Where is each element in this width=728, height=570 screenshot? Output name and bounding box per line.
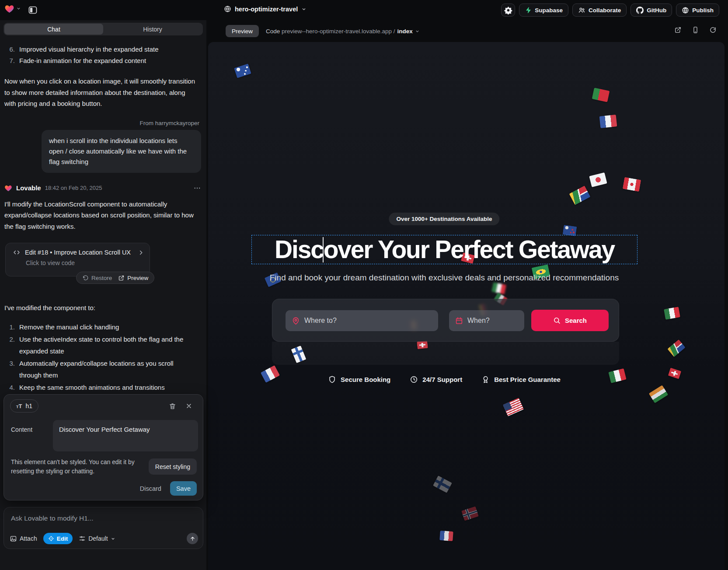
list-item: 6.Improved visual hierarchy in the expan…: [4, 44, 201, 55]
send-button[interactable]: [187, 533, 198, 544]
flag-mexico-icon: [664, 307, 680, 320]
flag-portugal-icon: [592, 88, 610, 102]
publish-button[interactable]: Publish: [676, 3, 719, 17]
preview-toolbar: Preview Code preview--hero-optimizer-tra…: [206, 20, 728, 42]
search-button[interactable]: Search: [531, 310, 609, 331]
discard-button[interactable]: Discard: [140, 485, 161, 492]
list-item: 1.Remove the manual click handling: [4, 321, 201, 333]
flag-switzerland-icon: [668, 367, 682, 379]
more-options-icon: [193, 184, 201, 192]
where-input[interactable]: [304, 317, 432, 325]
restore-icon: [82, 275, 89, 281]
restore-button[interactable]: Restore: [82, 275, 112, 281]
delete-element-button[interactable]: [167, 401, 178, 411]
agent-paragraph: I've modified the component to:: [4, 302, 201, 314]
chat-composer: Attach Edit Default: [3, 507, 203, 549]
content-input[interactable]: Discover Your Perfect Getaway: [53, 420, 198, 451]
search-card-reflection: [272, 342, 619, 365]
github-icon: [636, 7, 644, 14]
attach-image-icon: [10, 535, 17, 542]
preview-edit-button[interactable]: Preview: [118, 275, 148, 281]
inspector-actions: Discard Save: [140, 481, 197, 496]
lovable-logo[interactable]: [4, 4, 21, 13]
globe-icon: [224, 5, 231, 13]
app-preview: Over 1000+ Destinations Available Discov…: [208, 42, 725, 570]
message-options-button[interactable]: [193, 184, 201, 192]
search-icon: [553, 317, 561, 324]
preview-url[interactable]: preview--hero-optimizer-travel.lovable.a…: [282, 25, 420, 37]
content-label: Content: [11, 426, 32, 433]
topbar-actions: Supabase Collaborate GitHub Publish: [501, 3, 719, 17]
agent-paragraph: Now when you click on a location image, …: [4, 76, 201, 109]
close-inspector-button[interactable]: [184, 401, 194, 411]
heart-logo-icon: [4, 184, 12, 192]
supabase-icon: [525, 7, 532, 14]
topbar: hero-optimizer-travel Supabase Collabora…: [0, 0, 728, 20]
flag-australia-icon: [234, 63, 251, 78]
destination-field[interactable]: [286, 310, 438, 331]
feature-best-price: Best Price Guarantee: [481, 375, 561, 384]
list-item: 2.Use the activeIndex state to control b…: [4, 333, 201, 357]
project-switcher[interactable]: hero-optimizer-travel: [224, 5, 307, 13]
feature-secure-booking: Secure Booking: [328, 375, 390, 384]
element-inspector: TT h1 Content Discover Your Perfect Geta…: [3, 394, 203, 500]
flag-mexico-icon: [608, 368, 626, 383]
flag-canada-icon: [623, 177, 641, 192]
chevron-down-icon: [16, 6, 21, 11]
chat-message-list[interactable]: 6.Improved visual hierarchy in the expan…: [0, 38, 206, 414]
when-input[interactable]: [467, 317, 518, 325]
settings-button[interactable]: [501, 3, 515, 17]
chevron-right-icon: [138, 249, 144, 256]
mobile-view-button[interactable]: [692, 26, 699, 34]
model-default-button[interactable]: Default: [79, 535, 115, 542]
heart-logo-icon: [4, 4, 14, 13]
flag-usa-icon: [503, 398, 524, 416]
tab-preview[interactable]: Preview: [226, 25, 259, 37]
refresh-icon: [709, 26, 717, 34]
sidebar-toggle-button[interactable]: [26, 3, 39, 17]
destinations-badge: Over 1000+ Destinations Available: [389, 213, 499, 225]
github-label: GitHub: [647, 7, 666, 14]
tab-chat[interactable]: Chat: [4, 24, 103, 35]
attach-button[interactable]: Attach: [10, 535, 37, 542]
flag-france-icon: [439, 531, 453, 541]
refresh-button[interactable]: [709, 26, 717, 34]
flag-india-icon: [649, 385, 668, 403]
element-tag-chip[interactable]: TT h1: [10, 399, 38, 413]
flag-finland-icon: [433, 476, 452, 493]
external-link-icon: [118, 275, 125, 281]
hero-subtitle: Find and book your dream destination wit…: [247, 273, 641, 283]
h1-selection-outline[interactable]: Discover Your Perfect Getaway: [251, 235, 637, 264]
mobile-icon: [692, 26, 699, 34]
collaborate-people-icon: [578, 7, 585, 14]
flag-south-africa-icon: [569, 185, 591, 205]
flag-france-icon: [599, 115, 617, 128]
tab-history[interactable]: History: [103, 24, 202, 35]
chat-history-tabs: Chat History: [3, 23, 203, 35]
trash-icon: [169, 402, 176, 410]
date-field[interactable]: [449, 310, 524, 331]
supabase-button[interactable]: Supabase: [519, 3, 568, 17]
url-page: index: [397, 28, 413, 35]
github-button[interactable]: GitHub: [630, 3, 672, 17]
calendar-icon: [455, 317, 463, 325]
save-button[interactable]: Save: [170, 481, 197, 496]
tab-code[interactable]: Code: [266, 28, 280, 35]
chat-panel: Chat History 6.Improved visual hierarchy…: [0, 20, 206, 570]
edit-mode-button[interactable]: Edit: [43, 533, 73, 544]
agent-list-tail: 6.Improved visual hierarchy in the expan…: [4, 44, 201, 66]
award-icon: [481, 375, 490, 384]
collaborate-button[interactable]: Collaborate: [572, 3, 627, 17]
flag-japan-icon: [589, 172, 607, 187]
close-icon: [185, 402, 192, 409]
styling-note: This element can't be styled. You can ed…: [11, 458, 146, 476]
composer-input[interactable]: [11, 513, 196, 524]
shield-icon: [328, 375, 336, 384]
open-in-new-tab-button[interactable]: [674, 26, 682, 34]
hero-heading[interactable]: Discover Your Perfect Getaway: [275, 237, 614, 262]
user-attribution: From harrymckayroper: [4, 120, 201, 126]
url-host: preview--hero-optimizer-travel.lovable.a…: [282, 28, 395, 35]
agent-paragraph: I'll modify the LocationScroll component…: [4, 199, 201, 232]
reset-styling-button[interactable]: Reset styling: [149, 458, 197, 475]
edit-card-title: Edit #18 • Improve Location Scroll UX: [25, 249, 133, 256]
